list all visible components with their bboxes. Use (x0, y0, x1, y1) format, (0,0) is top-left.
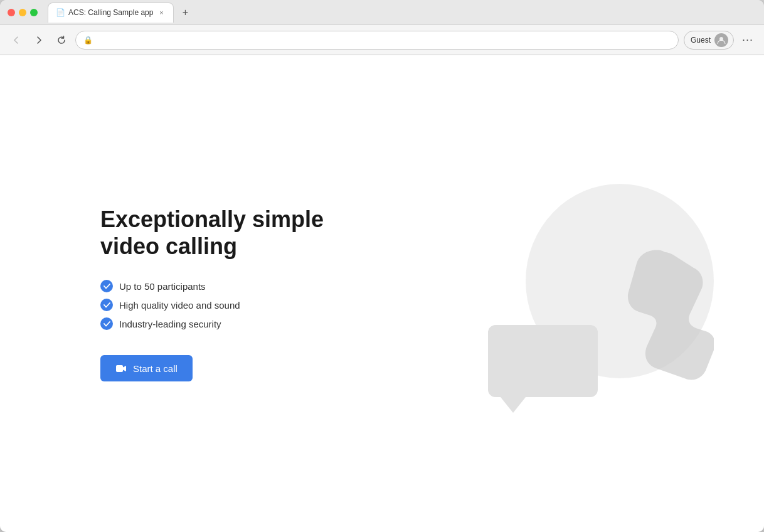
illustration-svg (450, 174, 714, 413)
tab-page-icon: 📄 (56, 8, 65, 17)
svg-rect-3 (488, 325, 598, 397)
heading-line1: Exceptionally simple (100, 206, 324, 232)
heading-line2: video calling (100, 233, 237, 259)
checkmark-svg-2 (103, 302, 110, 308)
close-traffic-light[interactable] (8, 9, 15, 16)
browser-window: 📄 ACS: Calling Sample app × + 🔒 (0, 0, 764, 532)
profile-avatar (714, 33, 728, 47)
avatar-icon (717, 36, 726, 45)
back-icon (11, 35, 21, 45)
minimize-traffic-light[interactable] (19, 9, 26, 16)
features-list: Up to 50 participants High quality video… (100, 280, 324, 330)
video-icon-svg (115, 364, 127, 373)
feature-text-1: Up to 50 participants (119, 281, 206, 292)
toolbar: 🔒 Guest ··· (0, 25, 764, 55)
profile-button[interactable]: Guest (684, 31, 734, 50)
page-content: Exceptionally simple video calling Up to… (0, 55, 764, 532)
start-call-label: Start a call (133, 363, 178, 374)
illustration (450, 174, 714, 413)
forward-icon (34, 35, 44, 45)
feature-item-1: Up to 50 participants (100, 280, 324, 292)
new-tab-button[interactable]: + (176, 4, 194, 21)
page-inner: Exceptionally simple video calling Up to… (0, 55, 764, 532)
check-icon-3 (100, 317, 113, 330)
address-bar[interactable]: 🔒 (75, 31, 679, 50)
more-options-button[interactable]: ··· (739, 31, 756, 49)
checkmark-svg-1 (103, 284, 110, 289)
svg-rect-1 (116, 365, 123, 372)
reload-button[interactable] (53, 31, 70, 49)
active-tab[interactable]: 📄 ACS: Calling Sample app × (48, 3, 174, 23)
feature-text-2: High quality video and sound (119, 300, 240, 311)
main-heading: Exceptionally simple video calling (100, 206, 324, 260)
left-section: Exceptionally simple video calling Up to… (100, 206, 324, 381)
reload-icon (56, 35, 66, 45)
back-button[interactable] (8, 31, 25, 49)
tab-bar: 📄 ACS: Calling Sample app × + (48, 3, 756, 23)
profile-label: Guest (691, 36, 711, 45)
feature-item-2: High quality video and sound (100, 299, 324, 311)
checkmark-svg-3 (103, 321, 110, 327)
start-call-button[interactable]: Start a call (100, 355, 193, 381)
check-icon-2 (100, 299, 113, 311)
profile-area: Guest ··· (684, 31, 756, 50)
traffic-lights (8, 9, 38, 16)
forward-button[interactable] (30, 31, 48, 49)
tab-title: ACS: Calling Sample app (68, 8, 153, 17)
check-icon-1 (100, 280, 113, 292)
tab-close-button[interactable]: × (157, 8, 166, 17)
lock-icon: 🔒 (83, 36, 93, 45)
feature-item-3: Industry-leading security (100, 317, 324, 330)
feature-text-3: Industry-leading security (119, 319, 221, 329)
title-bar: 📄 ACS: Calling Sample app × + (0, 0, 764, 25)
video-camera-icon (115, 363, 127, 374)
maximize-traffic-light[interactable] (30, 9, 38, 16)
